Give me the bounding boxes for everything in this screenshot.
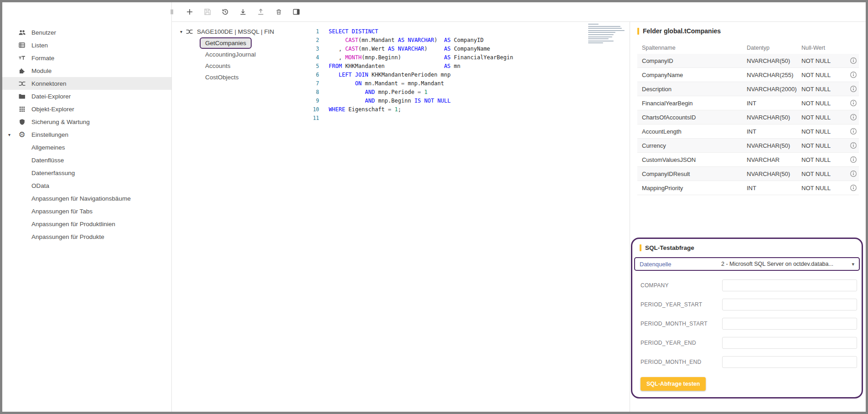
info-icon[interactable] bbox=[850, 114, 857, 121]
code-line[interactable]: 7 ON mn.Mandant = mnp.Mandant bbox=[310, 79, 630, 88]
form-field-input[interactable] bbox=[722, 356, 857, 368]
info-icon[interactable] bbox=[850, 85, 857, 93]
sidebar-item-anpassungen-navigationsbaeume[interactable]: Anpassungen für Navigationsbäume bbox=[2, 192, 171, 205]
sql-test-button[interactable]: SQL-Abfrage testen bbox=[641, 377, 706, 391]
chevron-down-icon: ▾ bbox=[852, 261, 854, 267]
sidebar-item-datenerfassung[interactable]: Datenerfassung bbox=[2, 166, 171, 179]
code-line[interactable]: 2 CAST(mn.Mandant AS NVARCHAR) AS Compan… bbox=[310, 36, 630, 44]
chevron-down-icon[interactable]: ▾ bbox=[8, 132, 10, 137]
sql-editor[interactable]: 1SELECT DISTINCT2 CAST(mn.Mandant AS NVA… bbox=[310, 22, 630, 412]
code-line[interactable]: 9 AND mnp.Beginn IS NOT NULL bbox=[310, 96, 630, 105]
datasource-select[interactable]: 2 - Microsoft SQL Server on octdev.datab… bbox=[721, 261, 854, 267]
sidebar-item-datenfluesse[interactable]: Datenflüsse bbox=[2, 154, 171, 166]
code-line[interactable]: 11 bbox=[310, 114, 630, 122]
info-icon[interactable] bbox=[850, 156, 857, 163]
sidebar-item-anpassungen-tabs[interactable]: Anpassungen für Tabs bbox=[2, 205, 171, 217]
info-icon[interactable] bbox=[850, 170, 857, 177]
tree-item-label: Accounts bbox=[205, 62, 231, 69]
info-icon[interactable] bbox=[850, 142, 857, 149]
sidebar-item-label: Listen bbox=[31, 42, 48, 49]
minimap[interactable] bbox=[588, 24, 628, 46]
sidebar-item-module[interactable]: Module bbox=[2, 64, 171, 77]
delete-icon[interactable] bbox=[273, 6, 284, 17]
cell-nullwert: NOT NULL bbox=[801, 72, 850, 78]
form-row: PERIOD_YEAR_END bbox=[641, 336, 857, 349]
info-icon[interactable] bbox=[850, 57, 857, 64]
sidebar-item-benutzer[interactable]: Benutzer bbox=[2, 26, 171, 39]
cell-nullwert: NOT NULL bbox=[801, 156, 850, 163]
sidebar-item-label: Benutzer bbox=[31, 29, 56, 36]
sidebar-item-formate[interactable]: Formate bbox=[2, 52, 171, 64]
info-icon[interactable] bbox=[850, 184, 857, 191]
tree-root-label: SAGE100DE | MSSQL | FIN bbox=[197, 28, 274, 35]
form-field-input[interactable] bbox=[722, 318, 857, 330]
sidebar-item-odata[interactable]: OData bbox=[2, 179, 171, 192]
history-icon[interactable] bbox=[220, 6, 231, 17]
cell-nullwert: NOT NULL bbox=[801, 128, 850, 135]
right-panel: Felder global.tCompanies Spaltenname Dat… bbox=[630, 22, 866, 412]
connector-icon bbox=[18, 79, 26, 88]
code-line[interactable]: 6 LEFT JOIN KHKMandantenPerioden mnp bbox=[310, 70, 630, 79]
sidebar-item-label: Sicherung & Wartung bbox=[31, 119, 90, 125]
cell-datentyp: NVARCHAR(50) bbox=[747, 57, 801, 64]
datasource-label: Datenquelle bbox=[640, 261, 721, 268]
table-row: Description NVARCHAR(2000) NOT NULL bbox=[637, 82, 859, 96]
tree-item[interactable]: Accounts bbox=[200, 60, 236, 72]
connector-icon bbox=[186, 28, 193, 36]
code-line[interactable]: 4 , MONTH(mnp.Beginn) AS FinancialYearBe… bbox=[310, 53, 630, 62]
tree-item[interactable]: CostObjects bbox=[200, 72, 244, 83]
sidebar: Benutzer Listen Formate Module Konnektor… bbox=[2, 2, 172, 412]
code-line[interactable]: 10WHERE Eigenschaft = 1; bbox=[310, 105, 630, 114]
table-row: AccountLength INT NOT NULL bbox=[637, 124, 859, 139]
cell-datentyp: INT bbox=[747, 100, 801, 107]
sidebar-item-konnektoren[interactable]: Konnektoren bbox=[2, 77, 171, 90]
test-section-title: SQL-Testabfrage bbox=[645, 244, 694, 251]
sidebar-item-objekt-explorer[interactable]: Objekt-Explorer bbox=[2, 103, 171, 115]
cell-datentyp: INT bbox=[747, 185, 801, 191]
sidebar-item-listen[interactable]: Listen bbox=[2, 39, 171, 52]
accent-bar bbox=[640, 244, 641, 251]
save-icon[interactable] bbox=[202, 6, 213, 17]
table-row: CompanyName NVARCHAR(255) NOT NULL bbox=[637, 68, 859, 82]
cell-nullwert: NOT NULL bbox=[801, 57, 850, 64]
tree-root-connection[interactable]: ▾ SAGE100DE | MSSQL | FIN bbox=[172, 26, 310, 37]
cell-spaltenname: AccountLength bbox=[637, 128, 747, 135]
table-row: MappingPriority INT NOT NULL bbox=[637, 181, 859, 195]
code-line[interactable]: 8 AND mnp.Periode = 1 bbox=[310, 88, 630, 96]
download-icon[interactable] bbox=[238, 6, 248, 17]
column-header-spaltenname: Spaltenname bbox=[637, 45, 747, 51]
sidebar-item-datei-explorer[interactable]: Datei-Explorer bbox=[2, 90, 171, 103]
form-field-input[interactable] bbox=[722, 279, 857, 291]
upload-icon[interactable] bbox=[255, 6, 266, 17]
chevron-down-icon[interactable]: ▾ bbox=[180, 29, 182, 34]
info-icon[interactable] bbox=[850, 99, 857, 107]
code-line[interactable]: 1SELECT DISTINCT bbox=[310, 27, 630, 36]
datasource-value: 2 - Microsoft SQL Server on octdev.datab… bbox=[721, 261, 833, 267]
fields-table-header: Spaltenname Datentyp Null-Wert bbox=[637, 42, 859, 54]
column-header-nullwert: Null-Wert bbox=[801, 45, 850, 51]
tree-item[interactable]: GetCompanies bbox=[200, 37, 252, 49]
toggle-panel-icon[interactable] bbox=[291, 6, 302, 17]
sidebar-item-anpassungen-produkte[interactable]: Anpassungen für Produkte bbox=[2, 230, 171, 243]
sidebar-item-label: Anpassungen für Produktlinien bbox=[31, 221, 115, 228]
sidebar-item-sicherung-wartung[interactable]: Sicherung & Wartung bbox=[2, 115, 171, 128]
splitter-handle-icon[interactable] bbox=[166, 6, 177, 17]
datasource-row: Datenquelle 2 - Microsoft SQL Server on … bbox=[634, 257, 860, 271]
tree-item[interactable]: AccountingJournal bbox=[200, 49, 261, 60]
info-icon[interactable] bbox=[850, 71, 857, 78]
sidebar-item-anpassungen-produktlinien[interactable]: Anpassungen für Produktlinien bbox=[2, 217, 171, 230]
form-field-input[interactable] bbox=[722, 299, 857, 310]
sidebar-item-label: Formate bbox=[31, 55, 54, 62]
code-line[interactable]: 5FROM KHKMandanten AS mn bbox=[310, 62, 630, 70]
cell-spaltenname: MappingPriority bbox=[637, 185, 747, 191]
sidebar-item-einstellungen[interactable]: ▾ ⚙ Einstellungen bbox=[2, 128, 171, 141]
users-icon bbox=[18, 28, 26, 36]
add-icon[interactable] bbox=[184, 6, 195, 17]
form-field-input[interactable] bbox=[722, 337, 857, 349]
table-row: CompanyIDResult NVARCHAR(50) NOT NULL bbox=[637, 167, 859, 181]
line-number: 6 bbox=[310, 72, 319, 78]
sidebar-item-allgemeines[interactable]: Allgemeines bbox=[2, 141, 171, 154]
sidebar-item-label: Datei-Explorer bbox=[31, 93, 71, 100]
info-icon[interactable] bbox=[850, 128, 857, 135]
code-line[interactable]: 3 , CAST(mn.Wert AS NVARCHAR) AS Company… bbox=[310, 44, 630, 53]
